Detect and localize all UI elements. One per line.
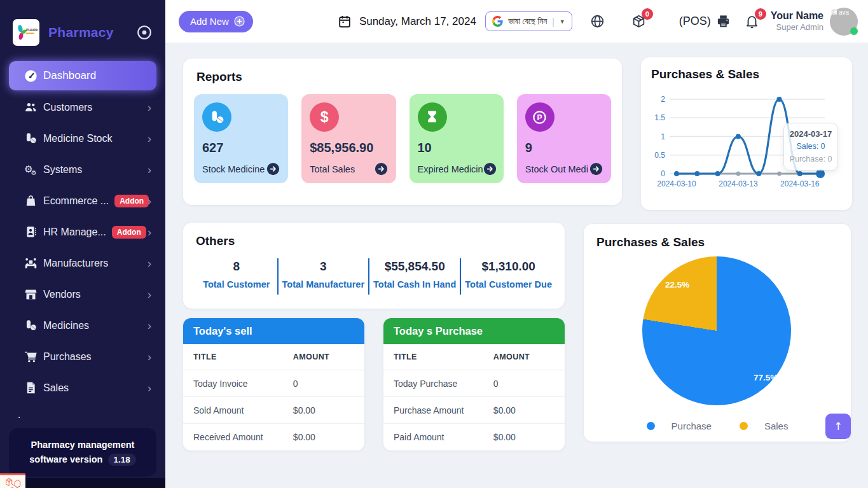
stat-label: Expired Medicin [418, 164, 483, 174]
stat-card-stock-medicine[interactable]: 627Stock Medicine [194, 94, 288, 183]
chart-tooltip: 2024-03-17 Sales: 0 Purchase: 0 [783, 123, 838, 171]
svg-text:1.5: 1.5 [654, 113, 665, 122]
cart-icon [23, 349, 38, 365]
reports-card: Reports 627Stock Medicine$$85,956.90Tota… [183, 59, 622, 205]
others-card: Others 8Total Customer3Total Manufacture… [183, 223, 565, 309]
bell-icon[interactable]: 9 [745, 14, 759, 29]
addon-badge: Addon [114, 195, 149, 207]
caret-down-icon: ▼ [560, 18, 565, 25]
legend-item-sales[interactable]: Sales [740, 421, 789, 431]
sidebar-item-label: Manufacturers [43, 258, 108, 269]
gears-icon: ⚙⚙ [23, 162, 38, 178]
online-status-dot [850, 27, 858, 35]
stat-value: $1,310.00 [465, 260, 552, 274]
stat-card-total-sales[interactable]: $$85,956.90Total Sales [301, 94, 396, 183]
calendar-icon [338, 15, 352, 29]
tooltip-date: 2024-03-17 [788, 128, 834, 141]
svg-text:0.5: 0.5 [654, 151, 665, 160]
sidebar-item-vendors[interactable]: Vendors› [0, 279, 165, 310]
sidebar-item-hr-manage[interactable]: HR Manage...Addon› [0, 216, 165, 247]
pie-chart-title: Purchases & Sales [596, 235, 838, 249]
row-amount: $0.00 [293, 405, 354, 415]
legend-item-purchase[interactable]: Purchase [647, 421, 712, 431]
user-role: Super Admin [771, 22, 823, 32]
pie-legend: PurchaseSales [584, 421, 851, 431]
receipt-icon [23, 380, 38, 396]
scroll-to-top-button[interactable]: ↑ [825, 414, 851, 439]
sidebar-item-manufacturers[interactable]: Manufacturers› [0, 247, 165, 279]
legend-label: Sales [764, 421, 789, 431]
legend-dot [740, 422, 748, 430]
topbar: Add New Sunday, March 17, 2024 ভাষা বেছে… [165, 0, 868, 43]
globe-icon[interactable] [590, 14, 605, 29]
language-select[interactable]: ভাষা বেছে নিন | ▼ [485, 11, 572, 31]
sidebar-item-label: Sales [43, 382, 69, 394]
svg-text:2024-03-16: 2024-03-16 [780, 179, 820, 188]
avatar[interactable]: ava [830, 8, 858, 36]
sidebar-dot-item[interactable]: . [0, 403, 165, 425]
sidebar-item-medicines[interactable]: Medicines› [0, 310, 165, 341]
stat-card-stock-out-medi[interactable]: P9Stock Out Medi [517, 94, 611, 183]
sidebar-item-medicine-stock[interactable]: Medicine Stock› [0, 123, 165, 154]
stat-value: 627 [202, 141, 280, 155]
chevron-right-icon: › [148, 319, 151, 331]
circle-arrow-icon[interactable] [483, 162, 497, 176]
sidebar-menu: DashboardCustomers›Medicine Stock›⚙⚙Syst… [0, 61, 165, 403]
laravel-logo [0, 473, 25, 488]
separator: | [552, 17, 555, 27]
add-new-button[interactable]: Add New [179, 11, 253, 32]
sidebar-item-label: Dashboard [43, 69, 96, 82]
svg-text:P: P [537, 113, 542, 122]
column-header: TITLE [394, 352, 493, 361]
version-badge: 1.18 [108, 454, 136, 466]
table-row: Received Amount$0.00 [183, 424, 364, 450]
other-stat-total-manufacturer: 3Total Manufacturer [277, 258, 368, 295]
row-title: Today Purchase [394, 379, 493, 389]
stat-value: 9 [525, 141, 603, 155]
stat-card-expired-medicin[interactable]: 10Expired Medicin [410, 94, 504, 183]
others-title: Others [196, 234, 556, 248]
sidebar: PHARMACY Pharmacy DashboardCustomers›Med… [0, 0, 165, 488]
printer-icon[interactable] [716, 14, 731, 29]
sidebar-item-label: Systems [43, 164, 82, 176]
circle-arrow-icon[interactable] [375, 162, 388, 176]
stat-label: Stock Medicine [202, 164, 265, 174]
version-card: Pharmacy management software version 1.1… [9, 428, 156, 477]
circle-arrow-icon[interactable] [266, 162, 280, 176]
sidebar-item-dashboard[interactable]: Dashboard [9, 61, 156, 90]
row-title: Paid Amount [394, 432, 493, 442]
sidebar-item-label: HR Manage... [43, 227, 106, 238]
stat-label: Stock Out Medi [525, 164, 588, 174]
sidebar-item-purchases[interactable]: Purchases› [0, 341, 165, 372]
pos-label[interactable]: (POS) [679, 15, 711, 28]
addon-badge: Addon [112, 226, 146, 239]
sidebar-item-systems[interactable]: ⚙⚙Systems› [0, 154, 165, 185]
user-block[interactable]: Your Name Super Admin [771, 10, 823, 32]
sidebar-item-label: Customers [43, 102, 92, 113]
sidebar-item-ecommerce[interactable]: Ecommerce ...Addon› [0, 185, 165, 216]
today-sell-header: Today's sell [183, 318, 364, 344]
legend-dot [647, 422, 655, 430]
brand-title: Pharmacy [48, 25, 136, 40]
sidebar-item-customers[interactable]: Customers› [0, 92, 165, 123]
chevron-right-icon: › [148, 382, 151, 394]
google-icon [492, 16, 503, 27]
stat-value: 8 [200, 260, 273, 274]
table-row: Today Purchase0 [383, 370, 565, 397]
package-icon[interactable]: 0 [631, 14, 646, 29]
row-amount: 0 [293, 379, 354, 389]
pie-chart: 22.5% 77.5% [642, 256, 791, 405]
sidebar-item-sales[interactable]: Sales› [0, 372, 165, 403]
svg-text:2024-03-13: 2024-03-13 [719, 179, 758, 188]
sidebar-collapse-icon[interactable] [136, 24, 153, 41]
svg-text:0: 0 [661, 169, 665, 178]
circle-arrow-icon[interactable] [589, 162, 603, 176]
stat-label: Total Cash In Hand [373, 279, 456, 289]
chevron-right-icon: › [148, 101, 151, 113]
line-chart-title: Purchases & Sales [651, 67, 842, 81]
row-title: Sold Amount [193, 405, 293, 415]
svg-text:2024-03-10: 2024-03-10 [657, 179, 696, 188]
today-purchase-body: Today Purchase0Purchase Amount$0.00Paid … [383, 370, 565, 450]
stat-label: Total Customer Due [465, 279, 552, 289]
today-purchase-columns: TITLEAMOUNT [383, 344, 565, 370]
